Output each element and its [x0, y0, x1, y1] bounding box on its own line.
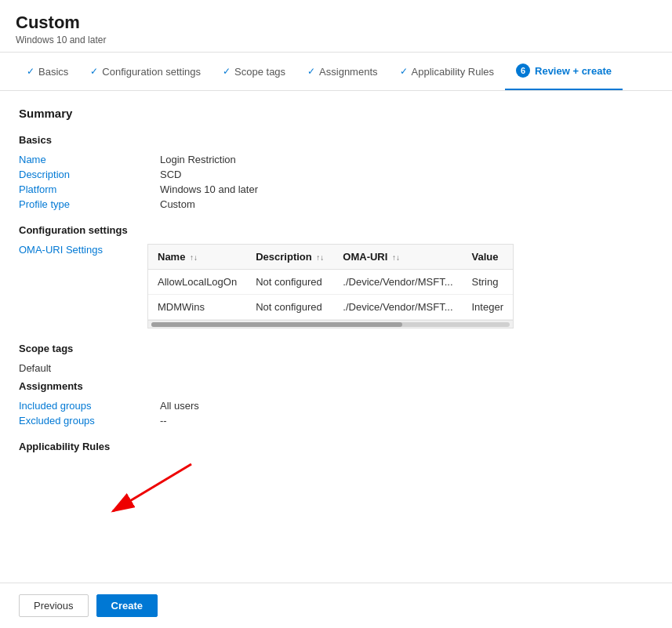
wizard-step-scope[interactable]: ✓ Scope tags — [212, 55, 296, 89]
review-badge: 6 — [516, 64, 530, 78]
wizard-step-basics-label: Basics — [38, 66, 68, 78]
row1-oma-uri: ./Device/Vendor/MSFT... — [333, 270, 462, 295]
scrollbar-track — [151, 322, 510, 327]
page-subtitle: Windows 10 and later — [16, 34, 656, 45]
basics-title: Basics — [19, 134, 653, 146]
page-header: Custom Windows 10 and later — [0, 0, 672, 53]
sort-icon-description: ↑↓ — [316, 253, 324, 262]
table-header-row: Name ↑↓ Description ↑↓ OMA-URI ↑↓ — [148, 245, 513, 270]
wizard-step-configuration[interactable]: ✓ Configuration settings — [79, 55, 212, 89]
field-description: Description SCD — [19, 169, 653, 180]
scrollbar-thumb — [151, 322, 402, 327]
field-name-label: Name — [19, 154, 160, 165]
field-name: Name Login Restriction — [19, 154, 653, 165]
assignments-title: Assignments — [19, 380, 653, 392]
field-profile-type-value: Custom — [160, 198, 195, 210]
excluded-groups-label: Excluded groups — [19, 415, 160, 427]
field-platform-value: Windows 10 and later — [160, 183, 258, 195]
svg-line-1 — [113, 464, 191, 511]
field-profile-type-label: Profile type — [19, 198, 160, 210]
red-arrow-svg — [19, 460, 254, 523]
oma-table: Name ↑↓ Description ↑↓ OMA-URI ↑↓ — [148, 245, 513, 320]
col-value: Value — [463, 245, 513, 270]
arrow-annotation — [19, 460, 653, 523]
row2-oma-uri: ./Device/Vendor/MSFT... — [333, 295, 462, 320]
excluded-groups-value: -- — [160, 415, 167, 427]
oma-table-wrapper: Name ↑↓ Description ↑↓ OMA-URI ↑↓ — [147, 244, 514, 329]
wizard-step-scope-label: Scope tags — [234, 66, 285, 78]
oma-section: OMA-URI Settings Name ↑↓ Description ↑↓ — [19, 244, 653, 329]
check-icon-configuration: ✓ — [90, 66, 98, 77]
sort-icon-oma-uri: ↑↓ — [392, 253, 400, 262]
col-description: Description ↑↓ — [246, 245, 333, 270]
field-name-value: Login Restriction — [160, 154, 236, 165]
row2-description: Not configured — [246, 295, 333, 320]
row1-value: String — [463, 270, 513, 295]
wizard-nav: ✓ Basics ✓ Configuration settings ✓ Scop… — [0, 53, 672, 91]
field-included-groups: Included groups All users — [19, 400, 653, 412]
oma-table-container: Name ↑↓ Description ↑↓ OMA-URI ↑↓ — [147, 244, 514, 329]
table-row: AllowLocalLogOn Not configured ./Device/… — [148, 270, 513, 295]
main-content: Summary Basics Name Login Restriction De… — [0, 91, 672, 539]
col-oma-uri: OMA-URI ↑↓ — [333, 245, 462, 270]
oma-label: OMA-URI Settings — [19, 244, 129, 329]
check-icon-assignments: ✓ — [307, 66, 315, 77]
scope-tags-title: Scope tags — [19, 343, 653, 354]
field-profile-type: Profile type Custom — [19, 198, 653, 210]
row1-description: Not configured — [246, 270, 333, 295]
field-description-label: Description — [19, 169, 160, 180]
wizard-step-basics[interactable]: ✓ Basics — [16, 55, 79, 89]
wizard-step-review-label: Review + create — [535, 65, 612, 77]
summary-title: Summary — [19, 107, 653, 120]
page-title: Custom — [16, 13, 656, 33]
check-icon-applicability: ✓ — [400, 66, 408, 77]
included-groups-label: Included groups — [19, 400, 160, 412]
field-excluded-groups: Excluded groups -- — [19, 415, 653, 427]
field-platform-label: Platform — [19, 183, 160, 195]
wizard-step-applicability-label: Applicability Rules — [412, 66, 495, 78]
check-icon-basics: ✓ — [27, 66, 35, 77]
wizard-step-applicability[interactable]: ✓ Applicability Rules — [389, 55, 506, 89]
row2-name: MDMWins — [148, 295, 246, 320]
field-description-value: SCD — [160, 169, 181, 180]
applicability-title: Applicability Rules — [19, 441, 653, 452]
wizard-step-review[interactable]: 6 Review + create — [505, 53, 623, 90]
row1-name: AllowLocalLogOn — [148, 270, 246, 295]
check-icon-scope: ✓ — [223, 66, 231, 77]
col-name: Name ↑↓ — [148, 245, 246, 270]
table-scrollbar[interactable] — [148, 320, 513, 328]
included-groups-value: All users — [160, 400, 199, 412]
scope-tags-value: Default — [19, 362, 653, 374]
row2-value: Integer — [463, 295, 513, 320]
sort-icon-name: ↑↓ — [190, 253, 198, 262]
wizard-step-configuration-label: Configuration settings — [102, 66, 201, 78]
wizard-step-assignments[interactable]: ✓ Assignments — [296, 55, 388, 89]
field-platform: Platform Windows 10 and later — [19, 183, 653, 195]
config-title: Configuration settings — [19, 224, 653, 236]
table-row: MDMWins Not configured ./Device/Vendor/M… — [148, 295, 513, 320]
wizard-step-assignments-label: Assignments — [319, 66, 377, 78]
